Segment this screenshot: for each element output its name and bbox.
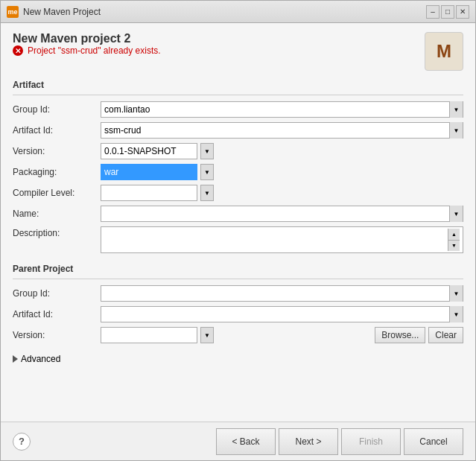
- description-input[interactable]: [104, 229, 448, 251]
- browse-button[interactable]: Browse...: [375, 327, 425, 343]
- description-row: Description: ▲ ▼: [13, 226, 463, 253]
- parent-version-row: Version: ▼ Browse... Clear: [13, 327, 463, 343]
- parent-divider: [13, 279, 463, 279]
- cancel-button[interactable]: Cancel: [404, 428, 463, 455]
- page-title: New Maven project 2: [13, 32, 161, 45]
- compiler-level-select[interactable]: [101, 185, 197, 201]
- scroll-down[interactable]: ▼: [448, 241, 460, 252]
- artifact-section-label: Artifact: [13, 80, 463, 90]
- name-input[interactable]: [101, 207, 449, 220]
- description-scroll: ▲ ▼: [448, 229, 460, 251]
- clear-button[interactable]: Clear: [428, 327, 463, 343]
- artifact-id-arrow[interactable]: ▼: [449, 122, 463, 139]
- parent-artifact-id-row: Artifact Id: ▼: [13, 306, 463, 322]
- artifact-divider: [13, 95, 463, 95]
- artifact-id-label: Artifact Id:: [13, 125, 95, 136]
- maven-logo: M: [425, 32, 463, 71]
- packaging-row: Packaging: war ▼: [13, 164, 463, 180]
- version-row: Version: ▼: [13, 143, 463, 159]
- error-message: ✕ Project "ssm-crud" already exists.: [13, 45, 161, 56]
- group-id-input[interactable]: [101, 103, 449, 116]
- packaging-label: Packaging:: [13, 167, 95, 177]
- compiler-level-arrow[interactable]: ▼: [200, 185, 214, 201]
- parent-artifact-id-combo[interactable]: ▼: [101, 306, 463, 322]
- error-text: Project "ssm-crud" already exists.: [28, 45, 161, 56]
- finish-button[interactable]: Finish: [341, 428, 401, 455]
- artifact-id-row: Artifact Id: ▼: [13, 122, 463, 139]
- group-id-combo[interactable]: ▼: [101, 101, 463, 118]
- help-button[interactable]: ?: [13, 433, 31, 451]
- compiler-level-row: Compiler Level: ▼: [13, 185, 463, 201]
- compiler-level-label: Compiler Level:: [13, 188, 95, 198]
- app-icon: me: [7, 6, 19, 18]
- close-button[interactable]: ✕: [456, 5, 469, 19]
- description-label: Description:: [13, 226, 95, 238]
- parent-version-label: Version:: [13, 330, 95, 340]
- group-id-row: Group Id: ▼: [13, 101, 463, 118]
- content-area: New Maven project 2 ✕ Project "ssm-crud"…: [1, 23, 475, 422]
- next-button[interactable]: Next >: [279, 428, 338, 455]
- packaging-select[interactable]: war: [101, 164, 197, 180]
- main-window: me New Maven Project – □ ✕ New Maven pro…: [0, 0, 476, 461]
- back-button[interactable]: < Back: [216, 428, 276, 455]
- error-icon: ✕: [13, 45, 23, 56]
- scroll-up[interactable]: ▲: [448, 229, 460, 241]
- header-left: New Maven project 2 ✕ Project "ssm-crud"…: [13, 32, 161, 63]
- parent-group-id-input[interactable]: [101, 287, 449, 300]
- name-label: Name:: [13, 209, 95, 219]
- name-arrow[interactable]: ▼: [449, 206, 463, 222]
- parent-artifact-id-input[interactable]: [101, 308, 449, 321]
- artifact-id-input[interactable]: [101, 124, 449, 137]
- parent-group-id-arrow[interactable]: ▼: [449, 285, 463, 302]
- group-id-label: Group Id:: [13, 104, 95, 115]
- window-controls: – □ ✕: [426, 5, 469, 19]
- group-id-arrow[interactable]: ▼: [449, 101, 463, 118]
- page-header: New Maven project 2 ✕ Project "ssm-crud"…: [13, 32, 463, 71]
- version-input-wrap[interactable]: [101, 143, 197, 159]
- packaging-arrow[interactable]: ▼: [200, 164, 214, 180]
- parent-section-label: Parent Project: [13, 264, 463, 274]
- title-bar: me New Maven Project – □ ✕: [1, 1, 475, 23]
- parent-group-id-label: Group Id:: [13, 288, 95, 299]
- version-arrow[interactable]: ▼: [200, 143, 214, 159]
- maximize-button[interactable]: □: [441, 5, 454, 19]
- parent-group-id-combo[interactable]: ▼: [101, 285, 463, 302]
- description-box[interactable]: ▲ ▼: [101, 226, 463, 253]
- version-label: Version:: [13, 146, 95, 156]
- advanced-label: Advanced: [21, 354, 60, 364]
- minimize-button[interactable]: –: [426, 5, 439, 19]
- parent-group-id-row: Group Id: ▼: [13, 285, 463, 302]
- parent-artifact-id-label: Artifact Id:: [13, 309, 95, 319]
- advanced-triangle-icon: [13, 355, 18, 363]
- packaging-value: war: [104, 167, 194, 177]
- name-combo[interactable]: ▼: [101, 206, 463, 222]
- parent-version-input-wrap[interactable]: [101, 327, 197, 343]
- title-bar-left: me New Maven Project: [7, 6, 101, 18]
- bottom-bar: ? < Back Next > Finish Cancel: [1, 422, 475, 460]
- window-title: New Maven Project: [23, 7, 101, 17]
- parent-artifact-id-arrow[interactable]: ▼: [449, 306, 463, 322]
- version-input[interactable]: [101, 144, 197, 158]
- parent-version-input[interactable]: [104, 330, 194, 340]
- name-row: Name: ▼: [13, 206, 463, 222]
- artifact-id-combo[interactable]: ▼: [101, 122, 463, 139]
- nav-buttons: < Back Next > Finish Cancel: [216, 428, 463, 455]
- advanced-section[interactable]: Advanced: [13, 354, 463, 364]
- parent-version-arrow[interactable]: ▼: [200, 327, 214, 343]
